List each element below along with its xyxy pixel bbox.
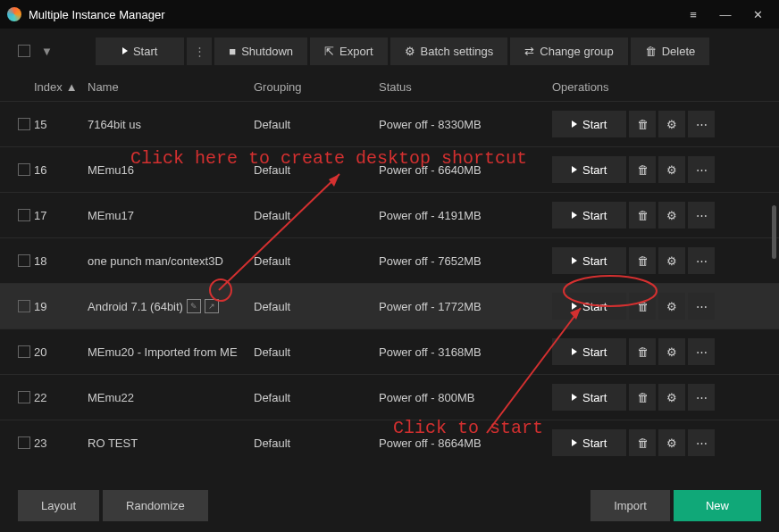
- cell-name: MEmu17: [88, 209, 254, 222]
- cell-operations: Start🗑⚙⋯: [552, 293, 761, 320]
- row-start-button[interactable]: Start: [552, 202, 626, 229]
- batch-settings-button[interactable]: ⚙Batch settings: [390, 37, 508, 65]
- row-more-button[interactable]: ⋯: [688, 111, 715, 137]
- header-status[interactable]: Status: [379, 80, 552, 94]
- row-start-button[interactable]: Start: [552, 247, 626, 274]
- shortcut-icon[interactable]: ↗: [205, 299, 219, 313]
- table-row[interactable]: 16MEmu16 DefaultPower off - 6640MBStart🗑…: [0, 146, 779, 192]
- header-operations: Operations: [552, 80, 761, 94]
- cell-name: MEmu20 - Imported from ME: [88, 345, 254, 359]
- table-row[interactable]: 19Android 7.1 (64bit) ✎↗DefaultPower off…: [0, 283, 779, 328]
- table-row[interactable]: 18one punch man/context3D DefaultPower o…: [0, 237, 779, 283]
- randomize-button[interactable]: Randomize: [103, 490, 208, 521]
- table-row[interactable]: 157164bit us DefaultPower off - 8330MBSt…: [0, 101, 779, 146]
- shutdown-button[interactable]: ■Shutdown: [214, 37, 307, 65]
- toolbar: ▼ Start ⋮ ■Shutdown ⇱Export ⚙Batch setti…: [0, 29, 779, 73]
- row-checkbox[interactable]: [18, 391, 30, 403]
- select-all-checkbox[interactable]: [18, 45, 30, 57]
- import-button[interactable]: Import: [591, 490, 670, 521]
- row-delete-button[interactable]: 🗑: [629, 293, 656, 320]
- row-more-button[interactable]: ⋯: [688, 429, 715, 456]
- row-checkbox[interactable]: [18, 209, 30, 221]
- row-checkbox[interactable]: [18, 163, 30, 176]
- table-header: Index ▲ Name Grouping Status Operations: [0, 73, 779, 101]
- row-checkbox[interactable]: [18, 300, 30, 312]
- row-settings-button[interactable]: ⚙: [658, 111, 685, 137]
- play-icon: [572, 121, 577, 128]
- cell-group: Default: [254, 300, 379, 313]
- change-group-button[interactable]: ⇄Change group: [510, 37, 627, 65]
- cell-status: Power off - 1772MB: [379, 300, 552, 313]
- row-more-button[interactable]: ⋯: [688, 247, 715, 274]
- row-more-button[interactable]: ⋯: [688, 202, 715, 229]
- table-row[interactable]: 17MEmu17 DefaultPower off - 4191MBStart🗑…: [0, 192, 779, 237]
- play-icon: [572, 439, 577, 446]
- row-settings-button[interactable]: ⚙: [658, 293, 685, 320]
- cell-group: Default: [254, 345, 379, 359]
- row-settings-button[interactable]: ⚙: [658, 247, 685, 274]
- play-icon: [572, 394, 577, 401]
- minimize-button[interactable]: —: [711, 0, 740, 29]
- cell-index: 19: [34, 300, 88, 313]
- row-checkbox[interactable]: [18, 118, 30, 130]
- table-row[interactable]: 20MEmu20 - Imported from ME DefaultPower…: [0, 328, 779, 374]
- play-icon: [572, 212, 577, 219]
- row-delete-button[interactable]: 🗑: [629, 202, 656, 229]
- row-settings-button[interactable]: ⚙: [658, 429, 685, 456]
- row-delete-button[interactable]: 🗑: [629, 156, 656, 183]
- separator[interactable]: ⋮: [187, 37, 212, 65]
- row-checkbox[interactable]: [18, 345, 30, 358]
- cell-operations: Start🗑⚙⋯: [552, 384, 761, 411]
- header-index[interactable]: Index ▲: [34, 80, 88, 94]
- cell-name: 7164bit us: [88, 118, 254, 131]
- row-start-button[interactable]: Start: [552, 293, 626, 320]
- table-row[interactable]: 22MEmu22 DefaultPower off - 800MBStart🗑⚙…: [0, 374, 779, 420]
- row-checkbox[interactable]: [18, 254, 30, 267]
- row-checkbox[interactable]: [18, 436, 30, 449]
- row-start-button[interactable]: Start: [552, 156, 626, 183]
- row-more-button[interactable]: ⋯: [688, 338, 715, 365]
- close-button[interactable]: ✕: [743, 0, 772, 29]
- row-more-button[interactable]: ⋯: [688, 293, 715, 320]
- row-settings-button[interactable]: ⚙: [658, 338, 685, 365]
- row-more-button[interactable]: ⋯: [688, 156, 715, 183]
- cell-status: Power off - 4191MB: [379, 209, 552, 222]
- new-button[interactable]: New: [674, 490, 761, 521]
- row-delete-button[interactable]: 🗑: [629, 384, 656, 411]
- edit-icon[interactable]: ✎: [187, 299, 201, 313]
- row-delete-button[interactable]: 🗑: [629, 429, 656, 456]
- row-settings-button[interactable]: ⚙: [658, 156, 685, 183]
- play-icon: [572, 348, 577, 355]
- cell-group: Default: [254, 436, 379, 450]
- header-name[interactable]: Name: [88, 80, 254, 94]
- play-icon: [572, 166, 577, 173]
- scrollbar[interactable]: [772, 205, 776, 259]
- menu-icon[interactable]: ≡: [679, 0, 708, 29]
- row-start-button[interactable]: Start: [552, 429, 626, 456]
- table-row[interactable]: 23RO TEST DefaultPower off - 8664MBStart…: [0, 420, 779, 458]
- row-delete-button[interactable]: 🗑: [629, 338, 656, 365]
- row-start-button[interactable]: Start: [552, 111, 626, 137]
- cell-operations: Start🗑⚙⋯: [552, 111, 761, 137]
- cell-index: 20: [34, 345, 88, 359]
- row-start-button[interactable]: Start: [552, 384, 626, 411]
- row-delete-button[interactable]: 🗑: [629, 247, 656, 274]
- cell-group: Default: [254, 209, 379, 222]
- start-button[interactable]: Start: [96, 37, 184, 65]
- delete-button[interactable]: 🗑Delete: [631, 37, 710, 65]
- window-title: Multiple Instance Manager: [29, 8, 164, 21]
- stop-icon: ■: [229, 45, 236, 58]
- layout-button[interactable]: Layout: [18, 490, 99, 521]
- row-settings-button[interactable]: ⚙: [658, 384, 685, 411]
- cell-name: MEmu16: [88, 163, 254, 177]
- filter-icon[interactable]: ▼: [41, 45, 53, 58]
- cell-index: 16: [34, 163, 88, 177]
- export-button[interactable]: ⇱Export: [310, 37, 388, 65]
- header-grouping[interactable]: Grouping: [254, 80, 379, 94]
- row-delete-button[interactable]: 🗑: [629, 111, 656, 137]
- row-start-button[interactable]: Start: [552, 338, 626, 365]
- cell-name: Android 7.1 (64bit) ✎↗: [88, 299, 254, 313]
- row-settings-button[interactable]: ⚙: [658, 202, 685, 229]
- group-icon: ⇄: [524, 45, 534, 58]
- row-more-button[interactable]: ⋯: [688, 384, 715, 411]
